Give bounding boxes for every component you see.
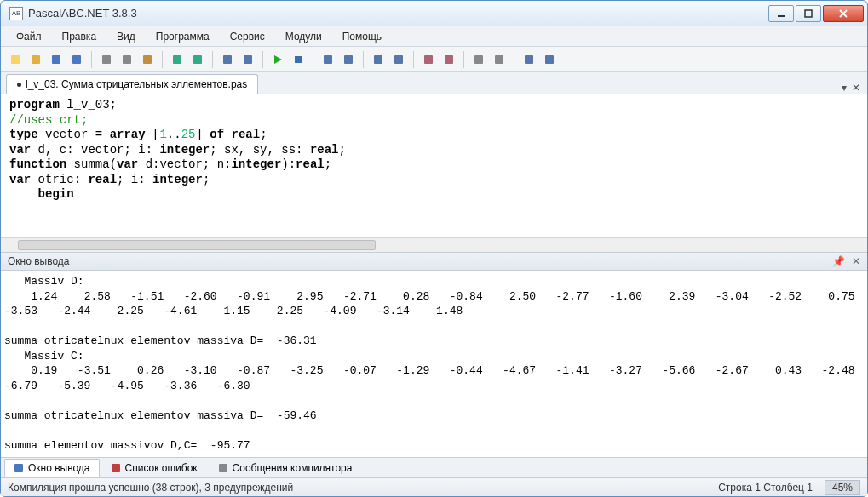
toolbar: [1, 47, 867, 72]
editor-tab[interactable]: l_v_03. Сумма отрицательных эллементов.p…: [6, 74, 258, 94]
minimize-button[interactable]: [768, 5, 794, 22]
svg-rect-9: [123, 55, 131, 64]
svg-rect-13: [223, 55, 232, 64]
save-button[interactable]: [47, 50, 66, 69]
maximize-button[interactable]: [796, 5, 821, 22]
cut-button[interactable]: [97, 50, 116, 69]
output-panel-title: Окно вывода: [8, 255, 70, 267]
stop-button[interactable]: [289, 50, 308, 69]
open-button[interactable]: [26, 50, 45, 69]
w2-button[interactable]: [540, 50, 559, 69]
b2-button[interactable]: [389, 50, 408, 69]
editor-hscrollbar[interactable]: [1, 237, 867, 252]
toolbar-separator: [212, 51, 213, 68]
bottom-tab-out[interactable]: Окно вывода: [4, 459, 100, 477]
svg-rect-19: [374, 55, 382, 64]
svg-rect-6: [52, 55, 60, 64]
svg-rect-18: [344, 55, 353, 64]
redo-button[interactable]: [188, 50, 207, 69]
menu-модули[interactable]: Модули: [277, 28, 331, 45]
toolbar-separator: [162, 51, 163, 68]
svg-rect-26: [545, 55, 554, 64]
toolbar-separator: [262, 51, 263, 68]
toolbar-separator: [313, 51, 313, 68]
modified-dot-icon: [17, 83, 21, 87]
app-window: AB PascalABC.NET 3.8.3 ФайлПравкаВидПрог…: [0, 0, 868, 497]
output-panel[interactable]: Massiv D: 1.24 2.58 -1.51 -2.60 -0.91 2.…: [1, 271, 867, 457]
svg-rect-10: [143, 55, 152, 64]
output-line: 1.24 2.58 -1.51 -2.60 -0.91 2.95 -2.71 0…: [4, 289, 864, 319]
svg-rect-23: [474, 55, 483, 64]
svg-rect-27: [14, 464, 23, 472]
window-title: PascalABC.NET 3.8.3: [28, 7, 767, 20]
svg-rect-25: [525, 55, 533, 64]
svg-rect-21: [424, 55, 433, 64]
menu-файл[interactable]: Файл: [8, 28, 50, 45]
tab-dropdown-icon[interactable]: ▾: [842, 82, 847, 94]
back-button[interactable]: [218, 50, 237, 69]
svg-rect-28: [112, 464, 120, 472]
new-button[interactable]: [6, 50, 25, 69]
svg-marker-15: [274, 55, 282, 64]
svg-rect-1: [805, 10, 812, 17]
menubar: ФайлПравкаВидПрограммаСервисМодулиПомощь: [1, 26, 867, 47]
statusbar: Компиляция прошла успешно (38 строк), 3 …: [1, 477, 867, 496]
svg-rect-17: [324, 55, 332, 64]
titlebar: AB PascalABC.NET 3.8.3: [1, 1, 867, 26]
toolbar-separator: [91, 51, 92, 68]
stepinto-button[interactable]: [319, 50, 337, 69]
svg-rect-7: [72, 55, 81, 64]
output-line: summa otricatelnux elementov massiva D= …: [4, 408, 864, 424]
b1-button[interactable]: [369, 50, 388, 69]
bottom-tab-err[interactable]: Список ошибок: [101, 459, 207, 477]
close-button[interactable]: [823, 5, 864, 22]
menu-правка[interactable]: Правка: [54, 28, 106, 45]
scrollbar-thumb[interactable]: [18, 240, 376, 250]
svg-rect-22: [445, 55, 453, 64]
output-line: Massiv D:: [4, 274, 864, 289]
output-line: [4, 393, 864, 408]
toolbar-separator: [363, 51, 364, 68]
menu-программа[interactable]: Программа: [147, 28, 218, 45]
code-editor[interactable]: program l_v_03;//uses crt;type vector = …: [1, 94, 867, 237]
t1-button[interactable]: [469, 50, 488, 69]
menu-сервис[interactable]: Сервис: [221, 28, 273, 45]
saveall-button[interactable]: [67, 50, 86, 69]
w1-button[interactable]: [520, 50, 538, 69]
menu-помощь[interactable]: Помощь: [334, 28, 390, 45]
cursor-position: Строка 1 Столбец 1: [718, 482, 813, 494]
bottom-tab-label: Сообщения компилятора: [233, 462, 353, 474]
bottom-tab-msg[interactable]: Сообщения компилятора: [209, 459, 362, 477]
svg-rect-29: [219, 464, 227, 472]
p2-button[interactable]: [440, 50, 458, 69]
bottom-tab-label: Окно вывода: [28, 462, 90, 474]
undo-button[interactable]: [168, 50, 187, 69]
run-button[interactable]: [268, 50, 287, 69]
out-icon: [14, 463, 24, 473]
menu-вид[interactable]: Вид: [108, 28, 144, 45]
app-icon: AB: [9, 7, 23, 20]
pin-icon[interactable]: 📌: [832, 255, 845, 267]
paste-button[interactable]: [138, 50, 157, 69]
svg-rect-16: [295, 56, 302, 63]
stepover-button[interactable]: [339, 50, 358, 69]
t2-button[interactable]: [490, 50, 509, 69]
output-line: 0.19 -3.51 0.26 -3.10 -0.87 -3.25 -0.07 …: [4, 363, 864, 393]
copy-button[interactable]: [118, 50, 136, 69]
tab-close-icon[interactable]: ✕: [852, 82, 860, 94]
panel-close-icon[interactable]: ✕: [852, 255, 860, 267]
output-panel-header: Окно вывода 📌 ✕: [1, 252, 867, 271]
svg-rect-20: [394, 55, 403, 64]
toolbar-separator: [463, 51, 464, 68]
svg-rect-8: [102, 55, 111, 64]
svg-rect-5: [32, 55, 40, 64]
svg-rect-11: [173, 55, 181, 64]
fwd-button[interactable]: [239, 50, 257, 69]
compile-status: Компиляция прошла успешно (38 строк), 3 …: [8, 482, 293, 494]
bottom-tab-strip: Окно выводаСписок ошибокСообщения компил…: [1, 457, 867, 477]
output-line: summa otricatelnux elementov massiva D= …: [4, 334, 864, 349]
output-line: [4, 319, 864, 334]
p1-button[interactable]: [419, 50, 438, 69]
toolbar-separator: [514, 51, 514, 68]
zoom-level[interactable]: 45%: [825, 480, 860, 495]
